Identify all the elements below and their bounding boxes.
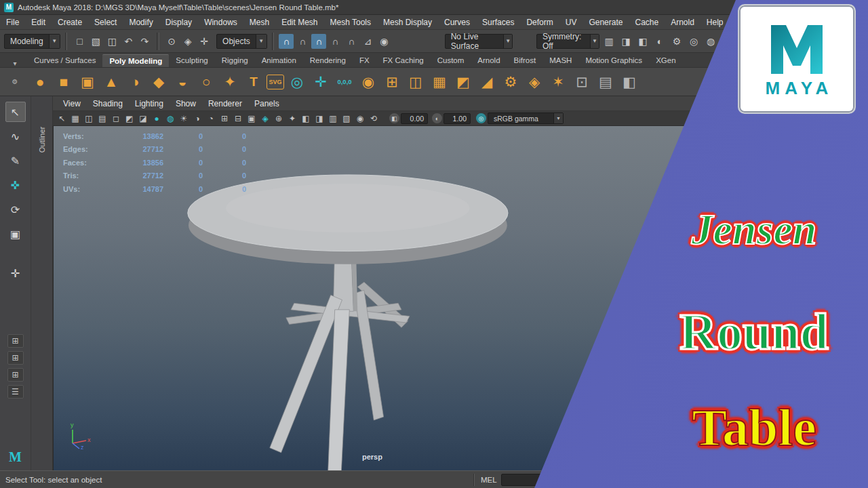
panel-menu-item[interactable]: Renderer: [202, 96, 248, 111]
menu-item[interactable]: Cache: [629, 15, 665, 30]
shelf-tab[interactable]: FX: [353, 54, 376, 67]
shelf-tool-icon[interactable]: ▦: [429, 71, 450, 93]
viewport-icon[interactable]: ⟲: [368, 113, 380, 125]
render-icon[interactable]: ◍: [703, 34, 718, 49]
snap-icon[interactable]: ∩: [311, 34, 326, 49]
viewport-icon[interactable]: ▤: [96, 113, 108, 125]
toolbar-icon[interactable]: ▧: [88, 34, 103, 49]
shelf-tool-icon[interactable]: 0,0,0: [334, 71, 355, 93]
panel-menu-item[interactable]: Lighting: [129, 96, 170, 111]
shelf-tool-icon[interactable]: ◎: [286, 71, 308, 93]
shelf-tab[interactable]: XGen: [649, 54, 682, 67]
shelf-tool-icon[interactable]: ▲: [100, 71, 122, 93]
menu-item[interactable]: Mesh Display: [377, 15, 438, 30]
shelf-tool-icon[interactable]: SVG: [267, 75, 284, 89]
shelf-tab[interactable]: MASH: [542, 54, 578, 67]
selection-mask-selector[interactable]: Objects ▼: [216, 34, 267, 49]
tool-icon[interactable]: ▣: [5, 224, 26, 244]
menu-item[interactable]: UV: [559, 15, 583, 30]
layer-button[interactable]: ⊞: [7, 368, 24, 382]
panel-menu-item[interactable]: Panels: [248, 96, 285, 111]
layer-button[interactable]: ⊞: [7, 334, 24, 348]
toolbar-icon[interactable]: ↶: [121, 34, 136, 49]
viewport-icon[interactable]: ◻: [110, 113, 122, 125]
viewport-icon[interactable]: ◫: [83, 113, 95, 125]
shelf-tool-icon[interactable]: ○: [195, 71, 217, 93]
panel-menu-item[interactable]: Show: [170, 96, 202, 111]
viewport-icon[interactable]: ◈: [259, 113, 271, 125]
panel-menu-item[interactable]: View: [57, 96, 87, 111]
shelf-tab[interactable]: Bifrost: [507, 54, 543, 67]
shelf-tool-icon[interactable]: ⚙: [500, 71, 521, 93]
viewport-icon[interactable]: ◩: [123, 113, 136, 125]
shelf-tab[interactable]: Arnold: [471, 54, 507, 67]
viewport-icon[interactable]: ▧: [340, 113, 353, 125]
exposure-field[interactable]: 0.00: [401, 113, 428, 124]
menu-item[interactable]: Deform: [520, 15, 559, 30]
menu-item[interactable]: Mesh Tools: [324, 15, 377, 30]
menu-item[interactable]: Mesh: [243, 15, 275, 30]
shelf-tool-icon[interactable]: ●: [29, 71, 51, 93]
menu-item[interactable]: Generate: [583, 15, 629, 30]
viewport-icon[interactable]: ▥: [327, 113, 339, 125]
shelf-tab[interactable]: Rigging: [215, 54, 255, 67]
render-icon[interactable]: ◧: [635, 34, 650, 49]
shelf-tab[interactable]: Curves / Surfaces: [27, 54, 102, 67]
menu-item[interactable]: Surfaces: [476, 15, 520, 30]
menu-item[interactable]: Edit: [25, 15, 52, 30]
shelf-tool-icon[interactable]: T: [243, 71, 264, 93]
symmetry-selector[interactable]: Symmetry: Off ▼: [536, 34, 599, 49]
toolbar-icon[interactable]: ↷: [137, 34, 152, 49]
toolbar-icon[interactable]: □: [72, 34, 87, 49]
viewport-icon[interactable]: ◨: [313, 113, 326, 125]
shelf-tab[interactable]: Poly Modeling: [102, 54, 169, 67]
outliner-panel-collapsed[interactable]: Outliner: [31, 96, 53, 470]
menu-item[interactable]: Modify: [123, 15, 159, 30]
tool-icon[interactable]: ⟳: [5, 199, 26, 220]
layer-button[interactable]: ⊞: [7, 351, 24, 365]
shelf-tool-icon[interactable]: ◫: [405, 71, 427, 93]
snap-icon[interactable]: ∩: [295, 34, 310, 49]
shelf-tool-icon[interactable]: ◢: [476, 71, 498, 93]
gear-icon[interactable]: ⚙: [3, 78, 27, 85]
shelf-tool-icon[interactable]: ▣: [77, 71, 98, 93]
shelf-tool-icon[interactable]: ◧: [618, 71, 640, 93]
command-language-toggle[interactable]: MEL: [481, 476, 497, 484]
tool-icon[interactable]: ✎: [5, 150, 26, 171]
panel-menu-item[interactable]: Shading: [87, 96, 129, 111]
shelf-tool-icon[interactable]: ⊡: [571, 71, 593, 93]
menu-item[interactable]: Edit Mesh: [275, 15, 323, 30]
gamma-toggle-icon[interactable]: ◐: [432, 113, 442, 123]
shelf-tab[interactable]: FX Caching: [376, 54, 431, 67]
shelf-menu-icon[interactable]: ▾: [3, 60, 27, 67]
shelf-tool-icon[interactable]: ◑: [124, 71, 146, 93]
view-transform-icon[interactable]: ◎: [476, 113, 486, 123]
menu-item[interactable]: Curves: [438, 15, 476, 30]
shelf-tab[interactable]: Custom: [431, 54, 471, 67]
snap-icon[interactable]: ∩: [279, 34, 294, 49]
viewport-icon[interactable]: ◧: [300, 113, 312, 125]
shelf-tool-icon[interactable]: ◈: [524, 71, 545, 93]
viewport-icon[interactable]: ☀: [178, 113, 190, 125]
viewport-icon[interactable]: ⊞: [218, 113, 231, 125]
shelf-tool-icon[interactable]: ■: [53, 71, 75, 93]
viewport-icon[interactable]: ●: [151, 113, 163, 125]
viewport-icon[interactable]: ⊟: [232, 113, 244, 125]
render-icon[interactable]: ◎: [686, 34, 701, 49]
render-icon[interactable]: ⚙: [669, 34, 684, 49]
shelf-tool-icon[interactable]: ⊞: [381, 71, 403, 93]
snap-icon[interactable]: ◉: [376, 34, 391, 49]
viewport-icon[interactable]: ◉: [354, 113, 366, 125]
snap-icon[interactable]: ⊿: [360, 34, 375, 49]
tool-icon[interactable]: ∿: [5, 126, 26, 146]
shelf-tool-icon[interactable]: ◉: [357, 71, 379, 93]
shelf-tab[interactable]: Sculpting: [169, 54, 214, 67]
shelf-tool-icon[interactable]: ▤: [595, 71, 616, 93]
universal-manipulator-icon[interactable]: ✛: [5, 263, 26, 283]
shelf-tab[interactable]: Rendering: [303, 54, 353, 67]
workspace-selector[interactable]: Modeling ▼: [4, 34, 60, 49]
viewport-icon[interactable]: ◍: [164, 113, 176, 125]
snap-icon[interactable]: ∩: [344, 34, 359, 49]
live-surface-selector[interactable]: No Live Surface ▼: [445, 34, 513, 49]
layer-button[interactable]: ☰: [7, 385, 24, 399]
